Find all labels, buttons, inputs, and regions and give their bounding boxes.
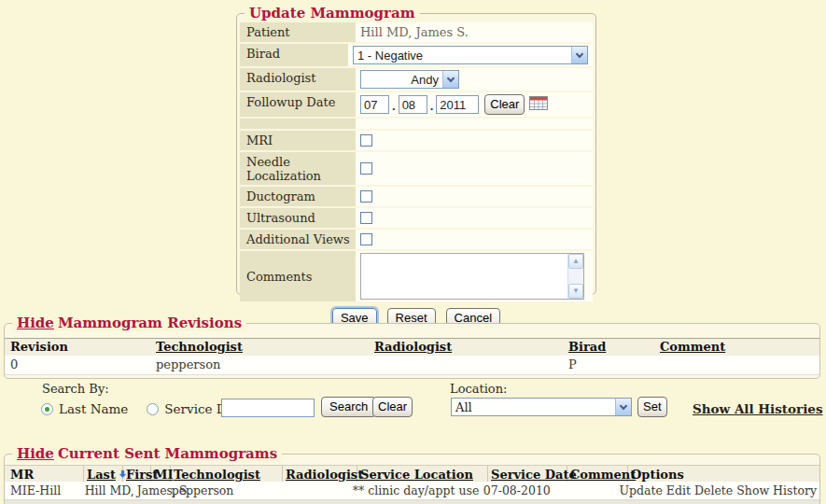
set-location-button[interactable]: Set <box>637 397 667 417</box>
followup-month-input[interactable] <box>360 95 389 114</box>
mri-row: MRI <box>240 131 593 150</box>
current-sent-table: MR Last First MI Technologist Radiologis… <box>5 465 819 504</box>
technologist-column-header[interactable]: Technologist <box>154 339 372 356</box>
service-location-cell: ** clinic day/appt use <box>350 482 481 499</box>
date-separator: . <box>392 99 396 115</box>
radiologist-cell <box>277 482 350 499</box>
service-date-cell: 07-08-2010 <box>481 482 558 499</box>
technologist-cell: pepperson <box>169 482 277 499</box>
mammogram-revisions-legend: HideMammogram Revisions <box>12 315 246 331</box>
location-select[interactable]: All <box>451 398 632 416</box>
comments-scrollbar[interactable]: ▲ ▼ <box>567 254 583 299</box>
options-cell: Update Edit Delete Show History <box>616 482 819 499</box>
radiologist-row: Radiologist Andy <box>240 68 593 91</box>
followup-date-label: Followup Date <box>240 92 356 117</box>
edit-link[interactable]: Edit <box>666 483 691 499</box>
chevron-down-icon[interactable] <box>442 71 458 88</box>
revisions-legend-text: Mammogram Revisions <box>58 315 242 331</box>
technologist-column-header[interactable]: Technologist <box>171 466 283 482</box>
scroll-up-icon[interactable]: ▲ <box>568 254 583 269</box>
mr-cell: MIE-Hill <box>5 482 82 499</box>
ultrasound-label: Ultrasound <box>240 208 356 228</box>
revisions-table-row: 0 pepperson P <box>5 356 819 375</box>
search-input[interactable] <box>221 399 315 417</box>
show-all-histories-link[interactable]: Show All Histories <box>693 401 822 416</box>
search-bar: Search By: Last Name Service Date Search… <box>0 379 826 431</box>
current-sent-legend-text: Current Sent Mammograms <box>58 445 277 462</box>
service-date-radio[interactable] <box>147 403 159 415</box>
update-link[interactable]: Update <box>619 483 662 499</box>
birad-label: Birad <box>240 44 348 66</box>
search-button[interactable]: Search <box>321 397 376 417</box>
technologist-cell: pepperson <box>154 356 372 374</box>
clear-date-button[interactable]: Clear <box>484 94 525 115</box>
service-date-column-header[interactable]: Service Date <box>488 466 567 482</box>
radiologist-selected-value: Andy <box>361 71 442 88</box>
patient-label: Patient <box>240 22 356 42</box>
comment-cell <box>557 482 616 499</box>
ultrasound-checkbox[interactable] <box>360 212 372 224</box>
patient-row: Patient Hill MD, James S. <box>240 22 593 42</box>
additional-views-checkbox[interactable] <box>360 233 372 245</box>
current-sent-header-row: MR Last First MI Technologist Radiologis… <box>5 465 819 482</box>
ductogram-row: Ductogram <box>240 187 593 206</box>
radiologist-select[interactable]: Andy <box>360 70 459 89</box>
service-location-column-header[interactable]: Service Location <box>357 466 488 482</box>
ultrasound-row: Ultrasound <box>240 208 593 228</box>
current-sent-fieldset: HideCurrent Sent Mammograms MR Last Firs… <box>4 454 820 504</box>
update-form-rows: Patient Hill MD, James S. Birad 1 - Nega… <box>237 14 595 329</box>
hide-current-sent-link[interactable]: Hide <box>17 445 54 462</box>
birad-cell: P <box>567 356 658 374</box>
show-history-link[interactable]: Show History <box>736 483 817 499</box>
options-column-header: Options <box>628 466 819 482</box>
last-column-header[interactable]: Last <box>84 466 123 482</box>
location-selected-value: All <box>452 399 615 415</box>
needle-localization-checkbox[interactable] <box>360 162 372 175</box>
last-name-radio-label: Last Name <box>59 401 128 416</box>
search-by-label: Search By: <box>42 382 109 396</box>
table-footer-strip <box>5 499 819 504</box>
scroll-down-icon[interactable]: ▼ <box>568 284 583 299</box>
mri-checkbox[interactable] <box>360 134 372 147</box>
birad-row: Birad 1 - Negative <box>240 44 593 66</box>
last-name-radio[interactable] <box>41 403 53 415</box>
mammogram-revisions-fieldset: HideMammogram Revisions Revision Technol… <box>4 323 820 379</box>
patient-value: Hill MD, James S. <box>360 25 469 39</box>
revisions-table: Revision Technologist Radiologist Birad … <box>5 338 819 375</box>
revision-column-header: Revision <box>5 339 154 356</box>
current-sent-table-row: MIE-Hill Hill MD, James, S. pepperson **… <box>5 482 819 499</box>
clear-search-button[interactable]: Clear <box>372 397 413 417</box>
ductogram-checkbox[interactable] <box>360 190 372 203</box>
birad-select[interactable]: 1 - Negative <box>353 46 588 64</box>
date-separator: . <box>430 99 434 115</box>
delete-link[interactable]: Delete <box>694 483 733 499</box>
comment-column-header[interactable]: Comment <box>658 339 819 356</box>
revision-cell: 0 <box>5 356 154 374</box>
radiologist-cell <box>372 356 567 374</box>
birad-selected-value: 1 - Negative <box>354 47 571 63</box>
comments-box: ▲ ▼ <box>360 253 584 300</box>
followup-day-input[interactable] <box>399 95 427 114</box>
needle-localization-label: Needle Localization <box>240 152 356 185</box>
comments-label: Comments <box>240 251 356 301</box>
first-column-header[interactable]: First <box>123 466 151 482</box>
comments-textarea[interactable] <box>361 254 567 299</box>
mi-column-header[interactable]: MI <box>151 466 171 482</box>
chevron-down-icon[interactable] <box>571 47 587 63</box>
chevron-down-icon[interactable] <box>615 399 631 415</box>
followup-year-input[interactable] <box>436 95 479 114</box>
followup-date-row: Followup Date . . Clear <box>240 92 593 117</box>
needle-localization-row: Needle Localization <box>240 152 593 185</box>
comment-column-header[interactable]: Comment <box>567 466 628 482</box>
additional-views-row: Additional Views <box>240 230 593 249</box>
radiologist-column-header[interactable]: Radiologist <box>372 339 567 356</box>
radiologist-label: Radiologist <box>240 68 356 91</box>
birad-column-header[interactable]: Birad <box>567 339 658 356</box>
last-name-cell: Hill MD, <box>85 483 134 499</box>
current-sent-legend: HideCurrent Sent Mammograms <box>12 445 282 462</box>
hide-revisions-link[interactable]: Hide <box>17 315 54 331</box>
radiologist-column-header[interactable]: Radiologist <box>283 466 357 482</box>
calendar-icon[interactable] <box>529 96 548 113</box>
form-spacer-row <box>240 119 593 129</box>
location-label: Location: <box>450 382 507 396</box>
